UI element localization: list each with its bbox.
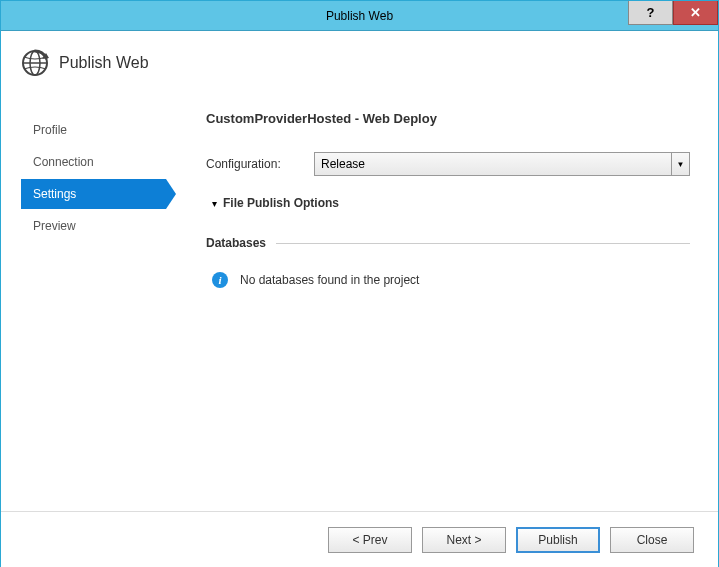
help-button[interactable]: ? [628, 0, 673, 25]
sidebar-item-label: Connection [33, 155, 94, 169]
sidebar-item-preview[interactable]: Preview [21, 211, 166, 241]
next-button[interactable]: Next > [422, 527, 506, 553]
file-publish-options-toggle[interactable]: ▾ File Publish Options [212, 196, 690, 210]
databases-info-text: No databases found in the project [240, 273, 419, 287]
divider [276, 243, 690, 244]
info-icon: i [212, 272, 228, 288]
sidebar-item-label: Preview [33, 219, 76, 233]
configuration-select[interactable]: Release ▼ [314, 152, 690, 176]
chevron-down-icon: ▾ [212, 198, 217, 209]
configuration-row: Configuration: Release ▼ [206, 152, 690, 176]
sidebar-item-settings[interactable]: Settings [21, 179, 166, 209]
dialog-body: Profile Connection Settings Preview Cust… [1, 91, 718, 288]
prev-button[interactable]: < Prev [328, 527, 412, 553]
configuration-value: Release [321, 157, 365, 171]
chevron-down-icon: ▼ [671, 153, 689, 175]
databases-info-row: i No databases found in the project [206, 272, 690, 288]
globe-arrow-icon [21, 49, 49, 77]
databases-title: Databases [206, 236, 266, 250]
publish-button[interactable]: Publish [516, 527, 600, 553]
dialog-footer: < Prev Next > Publish Close [1, 511, 718, 567]
sidebar-item-connection[interactable]: Connection [21, 147, 166, 177]
titlebar: Publish Web ? ✕ [1, 1, 718, 31]
configuration-label: Configuration: [206, 157, 314, 171]
sidebar-item-label: Profile [33, 123, 67, 137]
window-title: Publish Web [1, 9, 718, 23]
close-window-button[interactable]: ✕ [673, 0, 718, 25]
close-button[interactable]: Close [610, 527, 694, 553]
sidebar-item-label: Settings [33, 187, 76, 201]
dialog-title: Publish Web [59, 54, 149, 72]
titlebar-controls: ? ✕ [628, 1, 718, 30]
dialog-header: Publish Web [1, 31, 718, 91]
page-title: CustomProviderHosted - Web Deploy [206, 111, 690, 126]
main-panel: CustomProviderHosted - Web Deploy Config… [166, 91, 718, 288]
file-publish-options-label: File Publish Options [223, 196, 339, 210]
sidebar: Profile Connection Settings Preview [21, 91, 166, 288]
databases-section-header: Databases [206, 236, 690, 250]
sidebar-item-profile[interactable]: Profile [21, 115, 166, 145]
